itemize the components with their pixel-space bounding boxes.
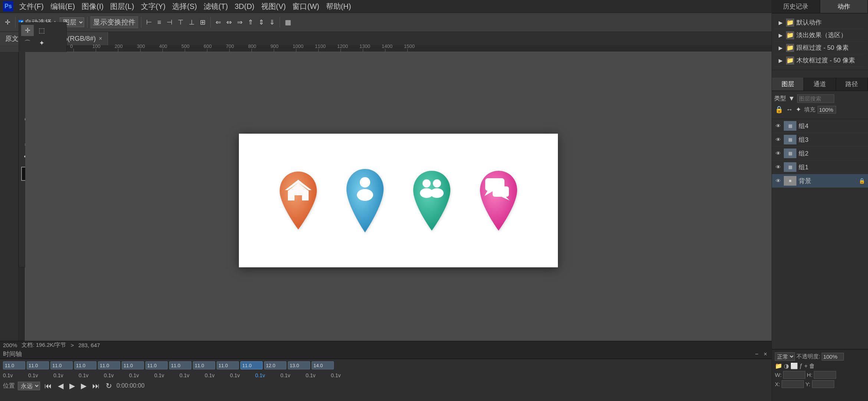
dist-center-h-btn[interactable]: ⇔: [224, 17, 234, 27]
align-middle-v-btn[interactable]: ⊥: [187, 17, 197, 27]
track-8[interactable]: 11.0: [169, 361, 191, 369]
menu-type[interactable]: 文字(Y): [138, 1, 169, 12]
track-2[interactable]: 11.0: [27, 361, 49, 369]
time-val-13: 0.1v: [306, 372, 329, 378]
prev-frame-btn[interactable]: ◀: [56, 381, 65, 391]
tab-close-btn[interactable]: ×: [99, 35, 102, 42]
track-1[interactable]: 11.0: [3, 361, 25, 369]
layer-group2[interactable]: 👁 ▦ 组2: [772, 147, 868, 160]
time-val-9: 0.1v: [205, 372, 228, 378]
layer-vis-icon[interactable]: 👁: [775, 123, 782, 129]
blend-mode-select[interactable]: 正常: [775, 352, 795, 361]
action-frame1[interactable]: ▶ 📁 跟框过渡 - 50 像素: [774, 42, 866, 54]
layer-vis-icon-2[interactable]: 👁: [775, 136, 782, 143]
track-7[interactable]: 11.0: [145, 361, 168, 369]
height-input[interactable]: [814, 371, 836, 379]
action-frame2[interactable]: ▶ 📁 木纹框过渡 - 50 像素: [774, 54, 866, 67]
rewind-btn[interactable]: ⏮: [43, 381, 53, 391]
menu-view[interactable]: 视图(V): [258, 1, 289, 12]
new-group-icon[interactable]: 📁: [775, 362, 782, 369]
loop-select[interactable]: 永远: [18, 382, 40, 390]
tab-history[interactable]: 历史记录: [772, 0, 820, 13]
loop-btn[interactable]: ↻: [104, 381, 114, 391]
move-tool[interactable]: ✛: [21, 25, 34, 36]
layer-mask-icon[interactable]: ⬜: [790, 362, 798, 369]
track-9[interactable]: 11.0: [193, 361, 215, 369]
lock-pos-icon[interactable]: ↔: [785, 105, 793, 114]
layer-vis-icon-3[interactable]: 👁: [775, 150, 782, 157]
tab-layers[interactable]: 图层: [772, 78, 804, 91]
next-frame-btn[interactable]: ▶: [79, 381, 88, 391]
menu-filter[interactable]: 滤镜(T): [201, 1, 231, 12]
action-fade[interactable]: ▶ 📁 淡出效果（选区）: [774, 29, 866, 42]
layer-blend-row: 正常 不透明度:: [775, 352, 865, 361]
timeline-minimize-btn[interactable]: −: [753, 350, 760, 358]
lasso-tool[interactable]: ⌒: [21, 38, 34, 49]
filter-icon[interactable]: ▼: [788, 94, 796, 103]
action-default[interactable]: ▶ 📁 默认动作: [774, 16, 866, 29]
svg-rect-13: [493, 186, 509, 197]
time-val-8: 0.1v: [180, 372, 203, 378]
ruler-tick: 600: [207, 49, 229, 52]
tab-paths[interactable]: 路径: [836, 78, 868, 91]
layer-group4[interactable]: 👁 ▦ 组4: [772, 119, 868, 133]
track-6[interactable]: 11.0: [122, 361, 144, 369]
play-btn[interactable]: ▶: [68, 381, 76, 391]
x-input[interactable]: [782, 380, 804, 388]
menu-select[interactable]: 选择(S): [169, 1, 200, 12]
grid-btn[interactable]: ▦: [283, 17, 293, 27]
dist-right-btn[interactable]: ⇒: [235, 17, 244, 27]
menu-edit[interactable]: 编辑(E): [47, 1, 78, 12]
delete-layer-icon[interactable]: 🗑: [809, 363, 815, 369]
menu-window[interactable]: 窗口(W): [289, 1, 322, 12]
dist-middle-v-btn[interactable]: ⇕: [257, 17, 266, 27]
menu-file[interactable]: 文件(F): [16, 1, 47, 12]
dist-bottom-btn[interactable]: ⇓: [267, 17, 277, 27]
align-left-btn[interactable]: ⊢: [144, 17, 154, 27]
align-bottom-btn[interactable]: ⊞: [198, 17, 207, 27]
show-transform-btn[interactable]: 显示变换控件: [91, 16, 138, 28]
canvas-area: [25, 52, 772, 349]
adjustment-layer-icon[interactable]: ◑: [784, 362, 789, 369]
layer-name-1: 组4: [799, 122, 865, 130]
align-top-btn[interactable]: ⊤: [176, 17, 185, 27]
magic-wand-tool[interactable]: ✦: [35, 38, 48, 49]
forward-btn[interactable]: ⏭: [91, 381, 101, 391]
lock-pixel-icon[interactable]: ✦: [795, 105, 802, 114]
layer-vis-icon-4[interactable]: 👁: [775, 164, 782, 170]
fill-input[interactable]: [818, 106, 836, 114]
menu-help[interactable]: 帮助(H): [323, 1, 354, 12]
menu-layer[interactable]: 图层(L): [107, 1, 137, 12]
width-input[interactable]: [783, 371, 805, 379]
timeline-close-btn[interactable]: ×: [762, 350, 769, 358]
track-14[interactable]: 14.0: [312, 361, 334, 369]
align-right-btn[interactable]: ⊣: [165, 17, 174, 27]
layer-search-input[interactable]: [797, 94, 834, 103]
track-11-current[interactable]: 11.0: [240, 361, 263, 369]
track-12[interactable]: 12.0: [264, 361, 286, 369]
status-separator: >: [70, 342, 74, 348]
move-tool-btn[interactable]: ✛: [3, 17, 12, 27]
dist-left-btn[interactable]: ⇐: [214, 17, 223, 27]
lock-all-icon[interactable]: 🔒: [774, 105, 784, 114]
track-4[interactable]: 11.0: [74, 361, 96, 369]
layer-group3[interactable]: 👁 ▦ 组3: [772, 133, 868, 147]
menu-image[interactable]: 图像(I): [79, 1, 106, 12]
layer-vis-icon-5[interactable]: 👁: [775, 177, 782, 184]
select-tool[interactable]: ⬚: [35, 25, 48, 36]
opacity-input[interactable]: [822, 353, 844, 361]
track-13[interactable]: 13.0: [288, 361, 310, 369]
dist-top-btn[interactable]: ⇑: [246, 17, 255, 27]
align-center-h-btn[interactable]: ≡: [155, 18, 163, 27]
track-3[interactable]: 11.0: [50, 361, 73, 369]
tab-actions[interactable]: 动作: [820, 0, 868, 13]
menu-3d[interactable]: 3D(D): [231, 1, 257, 12]
track-5[interactable]: 11.0: [98, 361, 120, 369]
layer-group1[interactable]: 👁 ▦ 组1: [772, 160, 868, 174]
track-10[interactable]: 11.0: [217, 361, 239, 369]
layer-style-icon[interactable]: ƒ: [799, 363, 803, 369]
new-layer-icon[interactable]: +: [804, 363, 808, 369]
y-input[interactable]: [812, 380, 834, 388]
layer-background[interactable]: 👁 ■ 背景 🔒: [772, 174, 868, 188]
tab-channels[interactable]: 通道: [804, 78, 836, 91]
